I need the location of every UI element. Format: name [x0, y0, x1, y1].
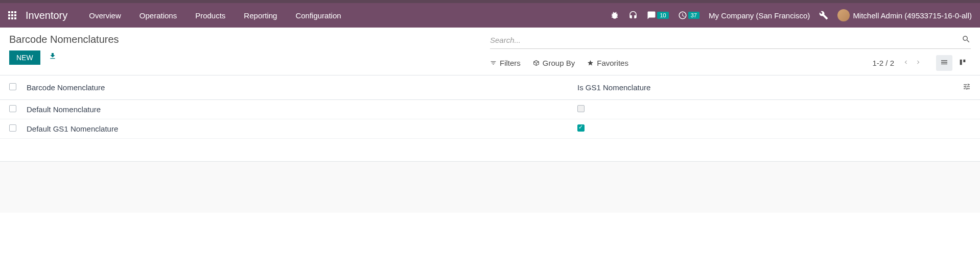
list-view-icon[interactable]: [936, 55, 952, 71]
row-checkbox[interactable]: [9, 124, 16, 132]
search-icon[interactable]: [962, 35, 971, 45]
column-gs1-header[interactable]: Is GS1 Nomenclature: [577, 83, 955, 92]
menu-overview[interactable]: Overview: [82, 7, 128, 24]
search-input[interactable]: [490, 34, 962, 46]
list-view: Barcode Nomenclature Is GS1 Nomenclature…: [0, 75, 980, 162]
table-row[interactable]: Default GS1 Nomenclature: [0, 119, 980, 139]
table-row[interactable]: Default Nomenclature: [0, 100, 980, 119]
messages-icon[interactable]: 10: [647, 11, 668, 20]
groupby-label: Group By: [543, 59, 575, 67]
import-icon[interactable]: [49, 54, 57, 62]
column-options-icon[interactable]: [963, 84, 971, 92]
column-name-header[interactable]: Barcode Nomenclature: [27, 83, 577, 92]
row-name: Default GS1 Nomenclature: [27, 124, 577, 133]
activities-badge: 37: [688, 12, 699, 19]
favorites-button[interactable]: Favorites: [587, 59, 628, 67]
messages-badge: 10: [657, 12, 668, 19]
row-checkbox[interactable]: [9, 105, 16, 112]
navbar: Inventory Overview Operations Products R…: [0, 3, 980, 28]
support-icon[interactable]: [628, 11, 638, 20]
gs1-checkbox: [577, 105, 585, 112]
new-button[interactable]: NEW: [9, 50, 40, 65]
pager-next-icon[interactable]: [913, 57, 924, 69]
select-all-checkbox[interactable]: [9, 83, 16, 90]
activities-icon[interactable]: 37: [678, 11, 699, 20]
debug-icon[interactable]: [610, 11, 619, 20]
pager-text[interactable]: 1-2 / 2: [872, 59, 894, 67]
gs1-checkbox: [577, 124, 585, 132]
filters-label: Filters: [500, 59, 521, 67]
user-menu[interactable]: Mitchell Admin (49533715-16-0-all): [837, 9, 972, 21]
company-selector[interactable]: My Company (San Francisco): [709, 11, 810, 20]
avatar: [837, 9, 850, 21]
kanban-view-icon[interactable]: [954, 55, 971, 71]
menu-reporting[interactable]: Reporting: [237, 7, 284, 24]
tools-icon[interactable]: [819, 11, 828, 20]
groupby-button[interactable]: Group By: [533, 59, 575, 67]
nav-menu: Overview Operations Products Reporting C…: [82, 7, 348, 24]
menu-configuration[interactable]: Configuration: [288, 7, 348, 24]
menu-operations[interactable]: Operations: [132, 7, 184, 24]
control-panel: Barcode Nomenclatures NEW Filters Group …: [0, 28, 980, 75]
breadcrumb: Barcode Nomenclatures: [9, 34, 490, 45]
list-header: Barcode Nomenclature Is GS1 Nomenclature: [0, 75, 980, 100]
favorites-label: Favorites: [597, 59, 628, 67]
apps-icon[interactable]: [8, 11, 16, 19]
menu-products[interactable]: Products: [188, 7, 232, 24]
row-name: Default Nomenclature: [27, 105, 577, 114]
pager-prev-icon[interactable]: [900, 57, 912, 69]
user-label: Mitchell Admin (49533715-16-0-all): [853, 11, 972, 20]
app-name[interactable]: Inventory: [26, 10, 67, 21]
filters-button[interactable]: Filters: [490, 59, 521, 67]
